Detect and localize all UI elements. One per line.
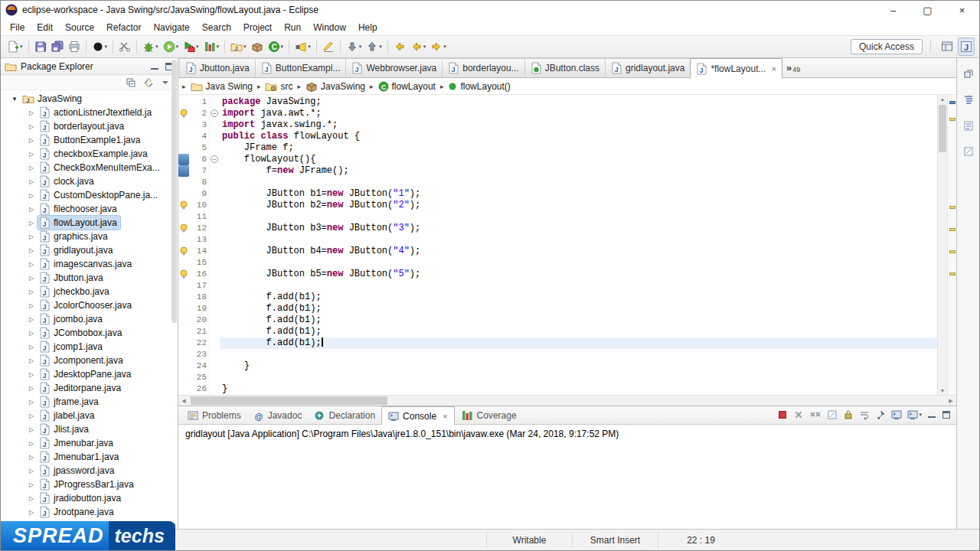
collapse-arrow-icon[interactable]: ▷ bbox=[27, 509, 36, 516]
collapse-arrow-icon[interactable]: ▷ bbox=[27, 220, 36, 227]
collapse-arrow-icon[interactable]: ▷ bbox=[27, 261, 36, 268]
line-number[interactable]: 5 bbox=[189, 142, 209, 154]
collapse-arrow-icon[interactable]: ▷ bbox=[27, 151, 36, 158]
line-number[interactable]: 13 bbox=[189, 234, 209, 246]
line-number[interactable]: 26 bbox=[189, 383, 209, 395]
tree-item-jrootpane-java[interactable]: ▷JJrootpane.java bbox=[1, 505, 178, 519]
collapse-arrow-icon[interactable]: ▷ bbox=[27, 247, 36, 254]
line-number[interactable]: 2 bbox=[189, 108, 209, 119]
run-button[interactable]: ▾ bbox=[162, 37, 181, 56]
minimize-button[interactable]: – bbox=[876, 1, 910, 19]
close-tab-icon[interactable]: × bbox=[771, 64, 776, 73]
tree-item-buttonexample1-java[interactable]: ▷JButtonExample1.java bbox=[1, 133, 178, 147]
editor-vertical-scrollbar[interactable]: ▲ ▼ bbox=[937, 95, 947, 395]
breadcrumb-item-javaswing[interactable]: JavaSwing bbox=[303, 80, 368, 93]
back-button[interactable]: ▾ bbox=[409, 37, 428, 56]
code-text[interactable] bbox=[220, 211, 937, 223]
code-text[interactable]: } bbox=[220, 383, 937, 395]
maximize-view-button[interactable] bbox=[940, 407, 952, 422]
word-wrap-button[interactable] bbox=[858, 407, 871, 422]
warning-marker[interactable] bbox=[949, 118, 956, 121]
tree-item-jradiobutton-java[interactable]: ▷Jjradiobutton.java bbox=[1, 491, 178, 505]
tree-item-graphics-java[interactable]: ▷Jgraphics.java bbox=[1, 230, 178, 243]
menu-navigate[interactable]: Navigate bbox=[147, 21, 195, 34]
code-text[interactable] bbox=[220, 177, 937, 188]
collapse-arrow-icon[interactable]: ▷ bbox=[27, 289, 36, 295]
editor-tab-gridlayout-java[interactable]: Jgridlayout.java bbox=[605, 58, 691, 77]
tree-item-javaswing[interactable]: ▾JJavaSwing bbox=[1, 92, 178, 106]
annotation-gutter[interactable] bbox=[178, 337, 189, 349]
scroll-lock-button[interactable] bbox=[841, 407, 855, 422]
line-number[interactable]: 8 bbox=[189, 177, 209, 188]
scrollbar-thumb[interactable] bbox=[191, 396, 387, 405]
collapse-all-icon[interactable] bbox=[126, 77, 136, 88]
line-number[interactable]: 4 bbox=[189, 131, 209, 142]
tree-item-imagescanvas-java[interactable]: ▷Jimagescanvas.java bbox=[1, 257, 178, 271]
code-text[interactable] bbox=[220, 234, 937, 246]
warning-marker[interactable] bbox=[949, 272, 956, 276]
line-number[interactable]: 21 bbox=[189, 326, 209, 337]
scroll-up-icon[interactable]: ▲ bbox=[938, 96, 947, 102]
collapse-arrow-icon[interactable]: ▷ bbox=[27, 468, 36, 474]
view-tab-declaration[interactable]: Declaration bbox=[308, 406, 381, 424]
tree-scrollbar[interactable]: ▼ bbox=[171, 58, 178, 529]
code-area-lines[interactable]: 1package JavaSwing;2−import java.awt.*;3… bbox=[178, 95, 937, 395]
task-list-view-button[interactable] bbox=[962, 116, 975, 135]
tree-item-filechooser-java[interactable]: ▷Jfilechooser.java bbox=[1, 202, 178, 216]
scrollbar-thumb[interactable] bbox=[172, 60, 177, 323]
collapse-arrow-icon[interactable]: ▷ bbox=[27, 399, 36, 406]
run-external-tools-button[interactable]: ▾ bbox=[181, 37, 201, 56]
annotation-gutter[interactable] bbox=[178, 200, 189, 211]
scroll-down-icon[interactable]: ▼ bbox=[938, 388, 947, 393]
code-text[interactable]: JButton b1=new JButton("1"); bbox=[220, 188, 937, 200]
new-wizard-button[interactable]: ▾ bbox=[5, 37, 24, 56]
code-text[interactable]: f.add(b1); bbox=[220, 326, 937, 337]
tree-item-jmenubar1-java[interactable]: ▷JJmenubar1.java bbox=[1, 450, 178, 464]
tree-item-jbutton-java[interactable]: ▷JJbutton.java bbox=[1, 271, 178, 285]
code-text[interactable]: package JavaSwing; bbox=[220, 96, 937, 108]
save-all-button[interactable] bbox=[50, 37, 65, 56]
collapse-arrow-icon[interactable]: ▷ bbox=[27, 426, 36, 433]
code-text[interactable]: f=new JFrame(); bbox=[220, 165, 937, 177]
line-number[interactable]: 11 bbox=[189, 211, 209, 223]
code-text[interactable]: flowLayout(){ bbox=[220, 154, 937, 165]
collapse-arrow-icon[interactable]: ▷ bbox=[27, 357, 36, 364]
annotation-gutter[interactable] bbox=[178, 211, 189, 223]
annotation-gutter[interactable] bbox=[178, 165, 189, 177]
open-search-button[interactable]: ▾ bbox=[293, 37, 312, 56]
tree-item-gridlayout-java[interactable]: ▷Jgridlayout.java bbox=[1, 243, 178, 257]
annotation-gutter[interactable] bbox=[178, 280, 189, 292]
tree-item-checkboxmenuitemexa[interactable]: ▷JCheckBoxMenuItemExa... bbox=[1, 161, 178, 174]
occurrence-marker[interactable] bbox=[949, 101, 956, 104]
menu-help[interactable]: Help bbox=[352, 21, 384, 34]
last-edit-location-button[interactable] bbox=[392, 37, 407, 56]
annotation-gutter[interactable] bbox=[178, 142, 189, 154]
annotation-gutter[interactable] bbox=[178, 177, 189, 188]
code-text[interactable] bbox=[220, 257, 937, 269]
menu-edit[interactable]: Edit bbox=[31, 21, 59, 34]
code-text[interactable]: public class flowLayout { bbox=[220, 131, 937, 142]
annotation-gutter[interactable] bbox=[178, 234, 189, 246]
code-text[interactable] bbox=[220, 349, 937, 360]
line-number[interactable]: 16 bbox=[189, 269, 209, 280]
code-text[interactable]: JButton b2=new JButton("2"); bbox=[220, 200, 937, 211]
collapse-arrow-icon[interactable]: ▷ bbox=[27, 371, 36, 378]
line-number[interactable]: 10 bbox=[189, 200, 209, 211]
annotation-gutter[interactable] bbox=[178, 108, 189, 119]
tree-item-jcombo-java[interactable]: ▷Jjcombo.java bbox=[1, 312, 178, 326]
editor-tab-webbrowser-java[interactable]: JWebbrowser.java bbox=[345, 58, 443, 77]
menu-file[interactable]: File bbox=[4, 21, 31, 34]
tree-item-jmenubar-java[interactable]: ▷JJmenubar.java bbox=[1, 436, 178, 450]
collapse-arrow-icon[interactable]: ▷ bbox=[27, 385, 36, 392]
annotation-gutter[interactable] bbox=[178, 360, 189, 372]
expand-arrow-icon[interactable]: ▾ bbox=[10, 95, 19, 103]
view-menu-icon[interactable] bbox=[161, 78, 170, 87]
line-number[interactable]: 3 bbox=[189, 119, 209, 131]
annotation-gutter[interactable] bbox=[178, 303, 189, 315]
line-number[interactable]: 9 bbox=[189, 188, 209, 200]
line-number[interactable]: 12 bbox=[189, 223, 209, 234]
collapse-arrow-icon[interactable]: ▷ bbox=[27, 330, 36, 337]
warning-marker[interactable] bbox=[949, 250, 956, 253]
mark-occurrences-button[interactable] bbox=[321, 37, 336, 56]
tree-item-jcomponent-java[interactable]: ▷JJcomponent.java bbox=[1, 354, 178, 367]
